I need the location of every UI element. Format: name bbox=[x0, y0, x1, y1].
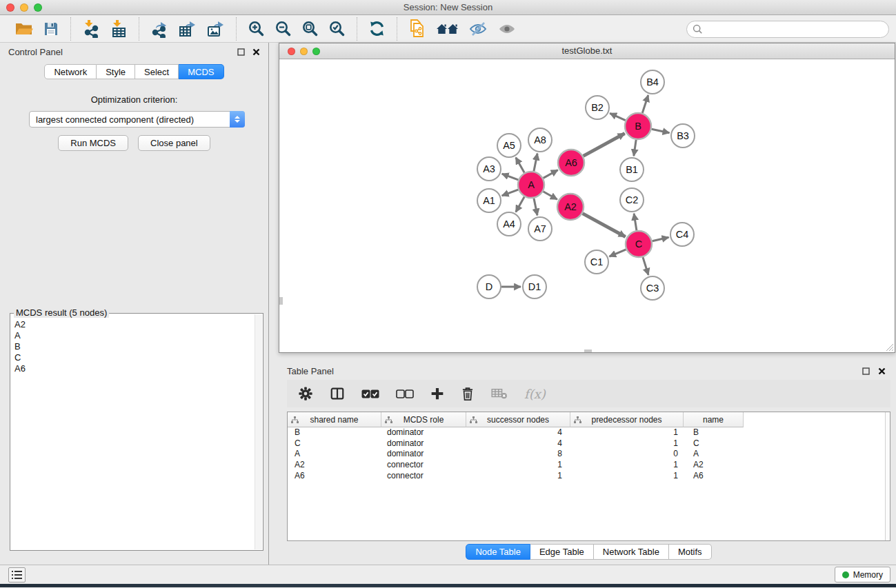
graph-node-C[interactable]: C bbox=[626, 231, 652, 257]
graph-edge-C-C2[interactable] bbox=[634, 214, 637, 230]
graph-edge-A2-C[interactable] bbox=[583, 214, 626, 237]
mcds-result-item[interactable]: A6 bbox=[14, 363, 263, 374]
tab-mcds[interactable]: MCDS bbox=[179, 64, 223, 79]
tab-motifs[interactable]: Motifs bbox=[669, 544, 712, 560]
graph-node-B4[interactable]: B4 bbox=[641, 70, 664, 94]
import-network-icon[interactable] bbox=[82, 20, 100, 38]
export-network-icon[interactable] bbox=[150, 20, 168, 38]
horizontal-scrollbar-thumb[interactable] bbox=[584, 349, 592, 352]
graph-node-A5[interactable]: A5 bbox=[497, 134, 521, 157]
first-neighbors-icon[interactable] bbox=[436, 21, 459, 37]
tab-edge-table[interactable]: Edge Table bbox=[530, 544, 594, 560]
graph-edge-B-B4[interactable] bbox=[642, 95, 648, 113]
table-row[interactable]: Cdominator41C bbox=[288, 438, 890, 449]
table-scrollbar[interactable] bbox=[885, 412, 890, 540]
duplicate-network-icon[interactable] bbox=[408, 19, 426, 38]
table-settings-icon[interactable] bbox=[298, 386, 313, 401]
graph-node-A4[interactable]: A4 bbox=[497, 212, 521, 236]
minimize-window-button[interactable] bbox=[20, 3, 28, 12]
graph-edge-A-A4[interactable] bbox=[516, 196, 524, 212]
graph-node-C3[interactable]: C3 bbox=[641, 276, 664, 300]
close-panel-icon[interactable] bbox=[252, 48, 260, 56]
graph-edge-A-A5[interactable] bbox=[516, 157, 524, 172]
graph-node-A2[interactable]: A2 bbox=[557, 194, 584, 220]
column-header-successor-nodes[interactable]: successor nodes bbox=[466, 412, 570, 427]
show-column-icon[interactable] bbox=[330, 386, 345, 401]
export-table-icon[interactable] bbox=[178, 20, 197, 38]
graph-edge-B-B1[interactable] bbox=[634, 140, 636, 156]
node-table[interactable]: shared nameMCDS rolesuccessor nodesprede… bbox=[287, 412, 890, 541]
graph-edge-A-A3[interactable] bbox=[502, 174, 519, 180]
vertical-scrollbar-thumb[interactable] bbox=[279, 297, 283, 305]
table-row[interactable]: A2connector11A2 bbox=[288, 460, 890, 471]
result-scrollbar[interactable] bbox=[255, 314, 262, 549]
mcds-result-item[interactable]: C bbox=[14, 352, 263, 363]
tab-network[interactable]: Network bbox=[44, 64, 97, 79]
column-header-name[interactable]: name bbox=[684, 412, 744, 427]
table-row[interactable]: Adominator80A bbox=[288, 449, 890, 460]
resize-grip[interactable] bbox=[884, 342, 894, 352]
network-graph[interactable]: B4B2BB3A8A5A6A3B1AC2A1A2A4A7C4CC1DD1C3 bbox=[279, 59, 895, 352]
search-box[interactable] bbox=[686, 21, 889, 38]
graph-edge-A-A8[interactable] bbox=[534, 154, 537, 172]
graph-node-A1[interactable]: A1 bbox=[477, 189, 501, 212]
task-history-button[interactable] bbox=[8, 567, 26, 582]
network-close-button[interactable] bbox=[288, 48, 295, 55]
graph-node-B2[interactable]: B2 bbox=[586, 96, 609, 119]
tab-select[interactable]: Select bbox=[135, 64, 179, 79]
close-window-button[interactable] bbox=[6, 3, 14, 12]
graph-edge-B-B3[interactable] bbox=[652, 129, 670, 133]
graph-edge-A-A6[interactable] bbox=[544, 170, 558, 179]
column-header-MCDS-role[interactable]: MCDS role bbox=[381, 412, 466, 427]
network-window-titlebar[interactable]: testGlobe.txt bbox=[279, 43, 895, 59]
show-hidden-icon[interactable] bbox=[497, 21, 517, 37]
graph-node-C4[interactable]: C4 bbox=[670, 223, 694, 246]
graph-edge-C-C1[interactable] bbox=[609, 250, 626, 256]
run-mcds-button[interactable]: Run MCDS bbox=[58, 135, 128, 151]
close-table-panel-icon[interactable] bbox=[878, 367, 886, 375]
graph-edge-C-C3[interactable] bbox=[643, 257, 648, 275]
graph-edge-A6-B[interactable] bbox=[584, 134, 625, 156]
open-session-icon[interactable] bbox=[14, 21, 33, 37]
graph-node-B[interactable]: B bbox=[625, 113, 651, 139]
graph-edge-B-B2[interactable] bbox=[610, 113, 626, 120]
close-panel-button[interactable]: Close panel bbox=[138, 135, 210, 151]
network-zoom-button[interactable] bbox=[312, 48, 320, 55]
table-row[interactable]: A6connector11A6 bbox=[288, 471, 890, 482]
network-canvas[interactable]: B4B2BB3A8A5A6A3B1AC2A1A2A4A7C4CC1DD1C3 bbox=[279, 59, 895, 352]
zoom-in-icon[interactable] bbox=[248, 20, 265, 37]
graph-edge-C-C4[interactable] bbox=[653, 237, 669, 241]
table-row[interactable]: Bdominator41B bbox=[288, 427, 890, 438]
zoom-selected-icon[interactable] bbox=[328, 20, 346, 37]
hide-selected-icon[interactable] bbox=[468, 21, 488, 37]
save-session-icon[interactable] bbox=[43, 21, 59, 37]
graph-edge-A-A7[interactable] bbox=[534, 199, 537, 216]
tab-node-table[interactable]: Node Table bbox=[466, 544, 530, 560]
search-input[interactable] bbox=[703, 22, 888, 37]
zoom-out-icon[interactable] bbox=[275, 20, 292, 37]
tab-network-table[interactable]: Network Table bbox=[594, 544, 669, 560]
graph-edge-A-A1[interactable] bbox=[502, 190, 519, 196]
mcds-result-item[interactable]: B bbox=[14, 341, 263, 352]
import-table-icon[interactable] bbox=[110, 20, 128, 38]
zoom-fit-icon[interactable] bbox=[301, 20, 319, 37]
graph-node-A8[interactable]: A8 bbox=[528, 128, 552, 152]
graph-node-C2[interactable]: C2 bbox=[620, 188, 644, 212]
float-table-panel-icon[interactable] bbox=[862, 367, 870, 375]
graph-node-D1[interactable]: D1 bbox=[523, 275, 546, 298]
graph-node-B1[interactable]: B1 bbox=[620, 158, 644, 181]
memory-button[interactable]: Memory bbox=[835, 567, 890, 582]
graph-node-A3[interactable]: A3 bbox=[477, 157, 501, 181]
graph-node-D[interactable]: D bbox=[477, 275, 501, 298]
select-all-icon[interactable] bbox=[361, 389, 379, 398]
column-header-predecessor-nodes[interactable]: predecessor nodes bbox=[570, 412, 684, 427]
graph-node-A7[interactable]: A7 bbox=[528, 217, 552, 241]
float-panel-icon[interactable] bbox=[237, 48, 245, 56]
add-icon[interactable] bbox=[430, 387, 444, 401]
graph-node-A6[interactable]: A6 bbox=[558, 150, 584, 176]
graph-node-A[interactable]: A bbox=[518, 172, 544, 198]
export-image-icon[interactable] bbox=[206, 20, 225, 38]
tab-style[interactable]: Style bbox=[97, 64, 135, 79]
criterion-dropdown[interactable]: largest connected component (directed) bbox=[29, 111, 245, 128]
mcds-result-item[interactable]: A2 bbox=[14, 319, 263, 330]
